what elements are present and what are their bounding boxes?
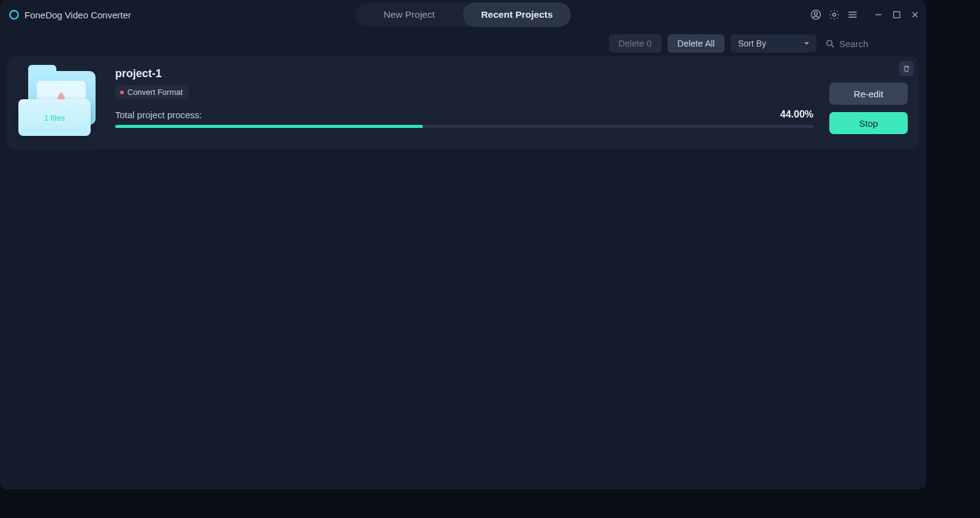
- toolbar: Delete 0 Delete All Sort By: [0, 31, 926, 56]
- tab-label: New Project: [383, 9, 435, 20]
- progress-bar: [115, 125, 813, 128]
- stop-button[interactable]: Stop: [829, 112, 908, 134]
- delete-count-button[interactable]: Delete 0: [609, 34, 662, 53]
- app-window: FoneDog Video Converter New Project Rece…: [0, 0, 926, 489]
- project-tag-label: Convert Format: [127, 88, 183, 97]
- tab-recent-projects[interactable]: Recent Projects: [463, 2, 571, 27]
- close-icon[interactable]: [910, 10, 920, 20]
- window-controls: [873, 10, 920, 20]
- progress-fill: [115, 125, 423, 128]
- search-input[interactable]: [839, 39, 919, 49]
- tabs-switch: New Project Recent Projects: [355, 2, 571, 27]
- button-label: Re-edit: [854, 89, 883, 99]
- menu-icon[interactable]: [846, 9, 859, 21]
- delete-project-button[interactable]: [899, 61, 914, 76]
- project-list: 1 files project-1 Convert Format Total p…: [0, 56, 926, 149]
- project-body: project-1 Convert Format Total project p…: [115, 67, 813, 141]
- search-field[interactable]: [825, 39, 919, 49]
- files-count-label: 1 files: [44, 113, 65, 122]
- search-icon: [825, 39, 835, 49]
- svg-point-2: [815, 12, 818, 15]
- chevron-down-icon: [803, 40, 810, 47]
- project-title: project-1: [115, 67, 813, 80]
- account-icon[interactable]: [810, 9, 822, 21]
- reedit-button[interactable]: Re-edit: [829, 83, 908, 105]
- svg-point-5: [827, 40, 832, 45]
- tab-label: Recent Projects: [481, 9, 552, 20]
- svg-point-3: [833, 13, 836, 17]
- app-brand: FoneDog Video Converter: [6, 9, 131, 20]
- title-actions: [810, 9, 920, 21]
- project-actions: Re-edit Stop: [829, 76, 908, 141]
- project-card: 1 files project-1 Convert Format Total p…: [7, 56, 919, 149]
- button-label: Delete All: [677, 39, 715, 48]
- trash-icon: [902, 64, 911, 73]
- status-dot-icon: [120, 91, 124, 94]
- progress-label: Total project process:: [115, 110, 202, 120]
- sort-by-select[interactable]: Sort By: [731, 34, 816, 53]
- button-label: Delete 0: [619, 39, 652, 48]
- tab-new-project[interactable]: New Project: [355, 2, 463, 27]
- progress-value: 44.00%: [780, 109, 813, 120]
- project-thumbnail: 1 files: [18, 70, 99, 141]
- delete-all-button[interactable]: Delete All: [668, 34, 725, 53]
- app-logo-icon: [9, 9, 20, 20]
- progress-row: Total project process: 44.00%: [115, 109, 813, 120]
- title-bar: FoneDog Video Converter New Project Rece…: [0, 0, 926, 29]
- app-title: FoneDog Video Converter: [24, 10, 131, 20]
- button-label: Stop: [859, 118, 878, 129]
- sort-by-label: Sort By: [738, 39, 766, 48]
- minimize-icon[interactable]: [873, 10, 883, 20]
- maximize-icon[interactable]: [892, 10, 902, 20]
- gear-icon[interactable]: [828, 9, 840, 21]
- project-tag: Convert Format: [115, 85, 189, 99]
- svg-rect-4: [894, 12, 900, 18]
